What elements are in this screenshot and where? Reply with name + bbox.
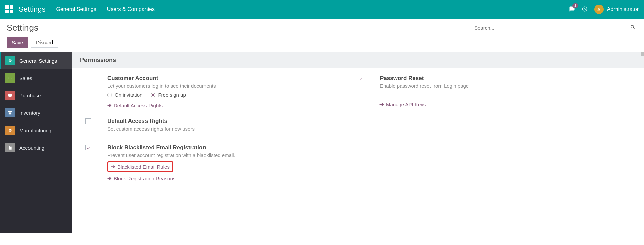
box-icon	[5, 108, 15, 117]
sidebar-item-label: Purchase	[19, 93, 41, 98]
tag-icon	[5, 91, 15, 100]
radio-icon	[151, 93, 155, 97]
page-title: Settings	[7, 23, 38, 33]
search-box	[473, 23, 637, 33]
radio-label: On invitation	[115, 92, 142, 98]
highlight-box: ➔ Blacklisted Email Rules	[107, 161, 173, 172]
setting-password-reset: Password Reset Enable password reset fro…	[358, 75, 631, 92]
link-blacklisted-email-rules[interactable]: ➔ Blacklisted Email Rules	[111, 164, 170, 170]
activity-icon[interactable]	[582, 6, 588, 13]
setting-title: Block Blacklisted Email Registration	[107, 144, 358, 151]
avatar: A	[594, 5, 604, 14]
sidebar-item-label: General Settings	[19, 58, 57, 64]
chart-icon	[5, 73, 15, 83]
setting-desc: Enable password reset from Login page	[380, 83, 631, 89]
document-icon	[5, 143, 15, 152]
link-manage-api-keys[interactable]: ➔ Manage API Keys	[379, 101, 426, 107]
setting-title: Default Access Rights	[107, 118, 358, 125]
top-navbar: Settings General Settings Users & Compan…	[0, 0, 644, 19]
radio-label: Free sign up	[158, 92, 186, 98]
messages-icon[interactable]: 1	[569, 6, 575, 13]
setting-block-blacklisted: Block Blacklisted Email Registration Pre…	[85, 144, 358, 181]
link-default-access-rights[interactable]: ➔ Default Access Rights	[107, 102, 163, 108]
arrow-right-icon: ➔	[111, 164, 115, 170]
arrow-right-icon: ➔	[107, 102, 112, 108]
user-menu[interactable]: A Administrator	[594, 5, 639, 14]
radio-on-invitation[interactable]: On invitation	[107, 92, 142, 98]
menu-general-settings[interactable]: General Settings	[56, 6, 96, 12]
setting-desc: Set custom access rights for new users	[107, 126, 358, 132]
checkbox-default-access[interactable]	[85, 118, 91, 124]
settings-sidebar: General Settings Sales Purchase Inventor…	[0, 52, 72, 233]
sidebar-item-label: Manufacturing	[19, 128, 51, 133]
arrow-right-icon: ➔	[379, 101, 384, 107]
link-block-registration-reasons[interactable]: ➔ Block Registration Reasons	[107, 175, 175, 181]
sidebar-item-label: Accounting	[19, 145, 44, 151]
save-button[interactable]: Save	[7, 37, 28, 48]
wrench-icon	[5, 126, 15, 135]
radio-icon	[107, 93, 112, 97]
sidebar-item-label: Sales	[19, 75, 32, 81]
search-input[interactable]	[473, 23, 637, 33]
setting-api-keys: ➔ Manage API Keys	[358, 101, 631, 107]
setting-desc: Let your customers log in to see their d…	[107, 83, 358, 89]
arrow-right-icon: ➔	[107, 175, 112, 181]
setting-default-access-rights: Default Access Rights Set custom access …	[85, 118, 358, 135]
search-icon[interactable]	[630, 24, 636, 31]
setting-desc: Prevent user account registration with a…	[107, 152, 358, 158]
apps-menu-icon[interactable]	[5, 5, 13, 13]
setting-customer-account: Customer Account Let your customers log …	[85, 75, 358, 108]
discard-button[interactable]: Discard	[31, 37, 58, 48]
sidebar-item-inventory[interactable]: Inventory	[0, 104, 72, 121]
control-panel: Settings Save Discard	[0, 19, 644, 52]
menu-users-companies[interactable]: Users & Companies	[107, 6, 155, 12]
app-title: Settings	[19, 5, 46, 14]
messages-badge: 1	[572, 3, 578, 8]
gear-icon	[5, 56, 15, 65]
sidebar-item-accounting[interactable]: Accounting	[0, 139, 72, 156]
settings-content: Permissions Customer Account Let your cu…	[72, 52, 644, 233]
section-header-permissions: Permissions	[72, 52, 644, 68]
sidebar-item-purchase[interactable]: Purchase	[0, 87, 72, 104]
checkbox-password-reset[interactable]	[358, 76, 363, 81]
radio-free-sign-up[interactable]: Free sign up	[151, 92, 186, 98]
setting-title: Password Reset	[380, 75, 631, 82]
main-layout: General Settings Sales Purchase Inventor…	[0, 52, 644, 233]
sidebar-item-general-settings[interactable]: General Settings	[0, 52, 72, 69]
user-name: Administrator	[607, 6, 639, 12]
sidebar-item-label: Inventory	[19, 110, 40, 116]
sidebar-item-sales[interactable]: Sales	[0, 69, 72, 87]
checkbox-block-blacklisted[interactable]	[85, 145, 91, 150]
scrollbar[interactable]	[641, 52, 644, 56]
setting-title: Customer Account	[107, 75, 358, 82]
sidebar-item-manufacturing[interactable]: Manufacturing	[0, 121, 72, 139]
